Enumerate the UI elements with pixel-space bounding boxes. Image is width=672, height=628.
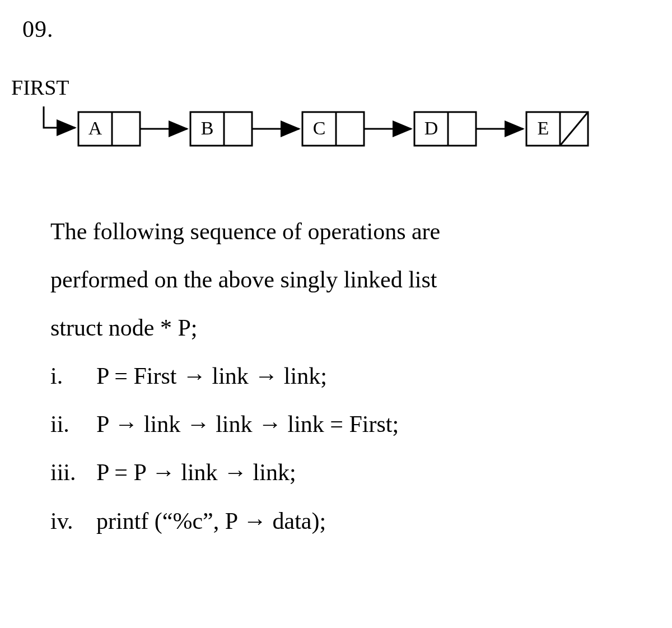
node-a: A — [78, 112, 140, 146]
paragraph-line-2: performed on the above singly linked lis… — [50, 255, 644, 304]
svg-rect-8 — [526, 112, 588, 146]
diagram-svg: A B C D — [22, 101, 650, 168]
node-b: B — [190, 112, 252, 146]
question-number: 09. — [22, 16, 650, 43]
step-label: i. — [50, 352, 84, 400]
node-c-label: C — [313, 118, 326, 138]
step-text: P → link → link → link = First; — [96, 400, 399, 448]
null-slash — [560, 112, 588, 146]
step-text: P = P → link → link; — [96, 448, 296, 496]
step-ii: ii. P → link → link → link = First; — [50, 400, 650, 448]
node-c: C — [302, 112, 364, 146]
steps-list: i. P = First → link → link; ii. P → link… — [50, 352, 650, 545]
node-d: D — [414, 112, 476, 146]
first-label: FIRST — [11, 75, 650, 100]
step-iv: iv. printf (“%c”, P → data); — [50, 497, 650, 545]
paragraph-line-1: The following sequence of operations are — [50, 207, 644, 255]
step-text: P = First → link → link; — [96, 352, 327, 400]
page: 09. FIRST A B — [0, 0, 672, 628]
first-pointer-arrow — [44, 106, 75, 128]
step-iii: iii. P = P → link → link; — [50, 448, 650, 496]
node-a-label: A — [88, 118, 102, 138]
node-e: E — [526, 112, 588, 146]
svg-rect-0 — [78, 112, 140, 146]
step-label: iii. — [50, 448, 84, 496]
node-e-label: E — [538, 118, 549, 138]
step-i: i. P = First → link → link; — [50, 352, 650, 400]
step-label: ii. — [50, 400, 84, 448]
svg-rect-6 — [414, 112, 476, 146]
node-d-label: D — [424, 118, 438, 138]
step-text: printf (“%c”, P → data); — [96, 497, 326, 545]
linked-list-diagram: A B C D — [22, 101, 650, 168]
svg-rect-2 — [190, 112, 252, 146]
question-text: The following sequence of operations are… — [50, 207, 644, 352]
svg-rect-4 — [302, 112, 364, 146]
step-label: iv. — [50, 497, 84, 545]
declaration-line: struct node * P; — [50, 304, 644, 352]
node-b-label: B — [201, 118, 214, 138]
